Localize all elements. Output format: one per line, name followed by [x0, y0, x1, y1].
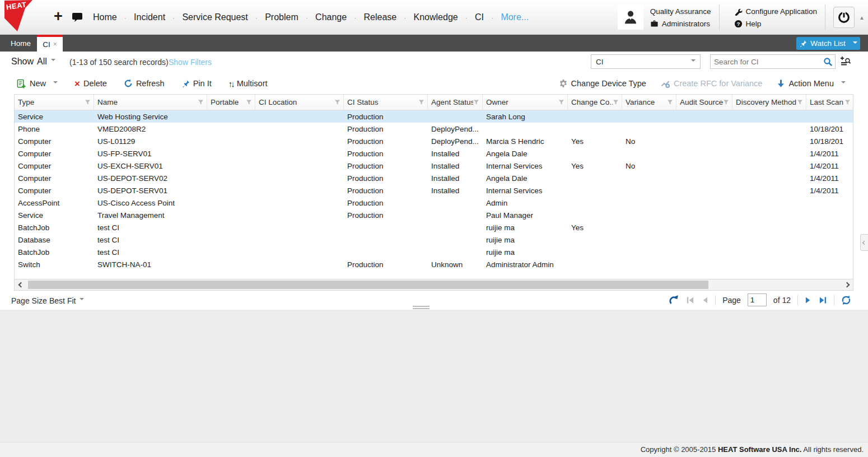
tab-ci[interactable]: CI × — [37, 35, 63, 52]
table-row[interactable]: Databasetest CIruijie ma — [15, 234, 853, 246]
column-label: Discovery Method — [736, 98, 796, 106]
splitter-handle[interactable] — [413, 306, 430, 310]
column-header-agent_status[interactable]: Agent Status — [428, 95, 483, 110]
tab-close-icon[interactable]: × — [53, 40, 57, 48]
role-primary[interactable]: Quality Assurance — [650, 5, 711, 17]
filter-icon[interactable] — [723, 99, 729, 105]
filter-icon[interactable] — [198, 99, 204, 105]
refresh-button[interactable]: Refresh — [124, 79, 165, 88]
collapse-header-icon[interactable]: ▲ — [859, 15, 865, 21]
page-size-dropdown[interactable]: Best Fit — [49, 296, 84, 305]
column-header-discovery_method[interactable]: Discovery Method — [732, 95, 806, 110]
logout-power-button[interactable] — [833, 7, 855, 28]
filter-icon[interactable] — [797, 99, 803, 105]
table-row[interactable]: ComputerUS-DEPOT-SERV02ProductionInstall… — [15, 172, 853, 184]
nav-item-more[interactable]: More... — [501, 12, 529, 22]
cell-owner: ruijie ma — [483, 248, 568, 257]
column-header-portable[interactable]: Portable — [207, 95, 255, 110]
search-input[interactable] — [711, 58, 820, 66]
chat-icon[interactable] — [72, 12, 83, 25]
delete-button[interactable]: × Delete — [74, 79, 107, 88]
nav-item-incident[interactable]: Incident — [134, 12, 182, 22]
scroll-right-button[interactable] — [841, 279, 853, 290]
watch-list-button[interactable]: Watch List — [796, 37, 860, 50]
search-scope-select[interactable]: CI — [591, 54, 701, 69]
cell-ci_status: Production — [344, 260, 428, 269]
filter-icon[interactable] — [667, 99, 673, 105]
table-row[interactable]: BatchJobtest CIruijie maYes — [15, 221, 853, 234]
table-row[interactable]: ServiceTravel ManagementProductionPaul M… — [15, 209, 853, 221]
multisort-icon: ↑↓ — [228, 79, 234, 88]
multisort-button[interactable]: ↑↓ Multisort — [228, 79, 268, 88]
nav-item-ci[interactable]: CI — [475, 12, 501, 22]
filter-icon[interactable] — [558, 99, 564, 105]
create-rfc-button[interactable]: Create RFC for Variance — [661, 79, 762, 88]
scroll-left-button[interactable] — [15, 279, 27, 290]
table-row[interactable]: ComputerUS-DEPOT-SERV01ProductionInstall… — [15, 184, 853, 197]
cell-name: Web Hosting Service — [94, 113, 207, 121]
table-row[interactable]: ComputerUS-L01129ProductionDeployPend...… — [15, 135, 853, 147]
filter-icon[interactable] — [85, 99, 91, 105]
panel-collapse-handle[interactable] — [860, 234, 868, 251]
column-header-audit_source[interactable]: Audit Source — [676, 95, 732, 110]
pin-it-label: Pin It — [193, 79, 212, 88]
help-link[interactable]: ? Help — [734, 17, 818, 30]
role-secondary[interactable]: Administrators — [650, 17, 711, 30]
column-header-last_scan[interactable]: Last Scan — [806, 95, 853, 110]
last-page-button[interactable] — [819, 296, 827, 304]
nav-item-change[interactable]: Change — [315, 12, 363, 22]
filter-icon[interactable] — [473, 99, 479, 105]
first-page-button[interactable] — [686, 296, 694, 304]
search-icon[interactable] — [820, 57, 835, 67]
show-all-dropdown[interactable]: All — [37, 57, 55, 67]
previous-page-button[interactable] — [701, 296, 708, 304]
table-row[interactable]: BatchJobtest CIruijie ma — [15, 246, 853, 258]
app-window: HEAT + HomeIncidentService RequestProble… — [0, 0, 868, 457]
role-info: Quality Assurance Administrators — [650, 5, 711, 30]
configure-application-link[interactable]: Configure Application — [734, 5, 818, 17]
table-row[interactable]: AccessPointUS-Cisco Access PointProducti… — [15, 197, 853, 209]
saved-search-icon[interactable] — [840, 56, 851, 69]
filter-icon[interactable] — [334, 99, 340, 105]
nav-item-home[interactable]: Home — [93, 12, 134, 22]
new-button[interactable]: New — [17, 79, 58, 88]
column-header-variance[interactable]: Variance — [622, 95, 676, 110]
tab-home[interactable]: Home — [4, 35, 37, 52]
table-row[interactable]: ComputerUS-EXCH-SERV01ProductionInstalle… — [15, 160, 853, 172]
table-row[interactable]: PhoneVMED2008R2ProductionDeployPend...10… — [15, 123, 853, 135]
column-header-owner[interactable]: Owner — [483, 95, 568, 110]
change-device-type-button[interactable]: Change Device Type — [559, 79, 646, 88]
nav-item-release[interactable]: Release — [363, 12, 413, 22]
nav-item-problem[interactable]: Problem — [265, 12, 315, 22]
page-size-value: Best Fit — [49, 296, 76, 305]
avatar[interactable] — [618, 5, 643, 30]
column-header-ci_status[interactable]: CI Status — [344, 95, 428, 110]
cell-ci_status: Production — [344, 199, 428, 207]
filter-icon[interactable] — [613, 99, 619, 105]
table-row[interactable]: ComputerUS-FP-SERV01ProductionInstalledA… — [15, 147, 853, 160]
horizontal-scrollbar-thumb[interactable] — [28, 281, 708, 289]
page-number-input[interactable] — [748, 293, 767, 306]
next-page-button[interactable] — [805, 296, 812, 304]
cell-last_scan: 10/18/201 — [806, 137, 853, 146]
filter-icon[interactable] — [844, 99, 851, 105]
divider — [715, 295, 716, 305]
cell-type: Phone — [15, 125, 94, 133]
nav-item-service-request[interactable]: Service Request — [182, 12, 265, 22]
show-filters-link[interactable]: Show Filters — [169, 58, 212, 67]
pin-it-button[interactable]: Pin It — [181, 79, 212, 88]
column-header-type[interactable]: Type — [15, 95, 94, 110]
filter-icon[interactable] — [418, 99, 424, 105]
action-menu-button[interactable]: Action Menu — [777, 79, 846, 88]
column-header-change_co[interactable]: Change Co.. — [568, 95, 622, 110]
refresh-list-button[interactable] — [841, 295, 851, 305]
column-header-ci_location[interactable]: CI Location — [255, 95, 344, 110]
filter-icon[interactable] — [246, 99, 252, 105]
table-row[interactable]: ServiceWeb Hosting ServiceProductionSara… — [15, 110, 853, 123]
chevron-down-icon — [80, 298, 84, 302]
table-row[interactable]: SwitchSWITCH-NA-01ProductionUnknownAdmin… — [15, 258, 853, 271]
nav-item-knowledge[interactable]: Knowledge — [414, 12, 475, 22]
column-header-name[interactable]: Name — [94, 95, 207, 110]
return-to-list-button[interactable] — [669, 295, 679, 305]
new-record-plus-icon[interactable]: + — [54, 8, 63, 25]
